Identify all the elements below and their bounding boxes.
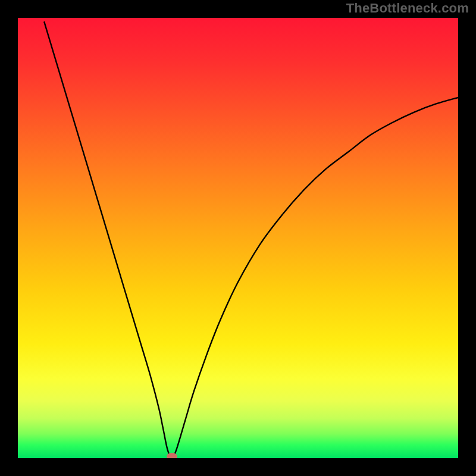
chart-svg xyxy=(18,18,458,458)
bottleneck-curve xyxy=(44,22,458,458)
watermark-text: TheBottleneck.com xyxy=(346,1,469,16)
plot-area xyxy=(18,18,458,458)
chart-frame: TheBottleneck.com xyxy=(0,0,476,476)
